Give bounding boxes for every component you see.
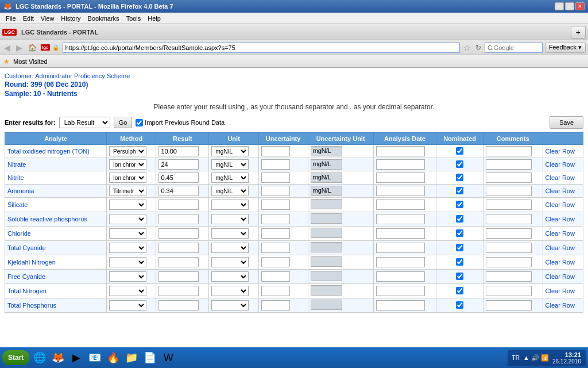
- cell-nominated[interactable]: [436, 241, 483, 255]
- result-input[interactable]: [158, 228, 199, 239]
- cell-uncertainty[interactable]: [258, 212, 308, 227]
- cell-uncertainty[interactable]: [258, 198, 308, 212]
- clear-row-link[interactable]: Clear Row: [546, 302, 575, 309]
- analyte-link[interactable]: Ammonia: [7, 187, 34, 194]
- cell-clear[interactable]: Clear Row: [543, 241, 583, 255]
- unit-select[interactable]: [211, 286, 249, 296]
- cell-nominated[interactable]: [436, 185, 483, 198]
- cell-unit[interactable]: [209, 212, 258, 227]
- cell-analysis-date[interactable]: [373, 227, 436, 241]
- cell-uncertainty[interactable]: [258, 270, 308, 284]
- nominated-checkbox[interactable]: [456, 201, 463, 208]
- nominated-checkbox[interactable]: [456, 215, 463, 223]
- comments-input[interactable]: [486, 286, 532, 296]
- cell-method[interactable]: Ion chror: [107, 158, 156, 171]
- result-input[interactable]: [158, 214, 199, 224]
- cell-unit[interactable]: [209, 298, 258, 313]
- comments-input[interactable]: [486, 186, 532, 196]
- date-input[interactable]: [376, 214, 425, 224]
- clear-row-link[interactable]: Clear Row: [546, 259, 575, 266]
- comments-input[interactable]: [486, 172, 532, 183]
- minimize-button[interactable]: ─: [555, 2, 564, 10]
- clear-row-link[interactable]: Clear Row: [546, 161, 575, 168]
- cell-method[interactable]: [107, 270, 156, 284]
- unit-select[interactable]: [211, 271, 249, 282]
- cell-result[interactable]: [156, 198, 209, 212]
- cell-comments[interactable]: [483, 212, 543, 227]
- nominated-checkbox[interactable]: [456, 287, 463, 294]
- comments-input[interactable]: [486, 300, 532, 310]
- nominated-checkbox[interactable]: [456, 160, 463, 168]
- cell-method[interactable]: [107, 212, 156, 227]
- close-button[interactable]: ✕: [575, 2, 585, 10]
- cell-unit[interactable]: [209, 227, 258, 241]
- cell-result[interactable]: [156, 212, 209, 227]
- comments-input[interactable]: [486, 243, 532, 253]
- cell-method[interactable]: [107, 284, 156, 298]
- date-input[interactable]: [376, 286, 425, 296]
- cell-clear[interactable]: Clear Row: [543, 212, 583, 227]
- comments-input[interactable]: [486, 214, 532, 224]
- unit-select[interactable]: [211, 300, 249, 310]
- comments-input[interactable]: [486, 159, 532, 170]
- nominated-checkbox[interactable]: [456, 273, 463, 280]
- clear-row-link[interactable]: Clear Row: [546, 148, 575, 155]
- cell-clear[interactable]: Clear Row: [543, 158, 583, 171]
- unit-select[interactable]: [211, 200, 249, 210]
- cell-comments[interactable]: [483, 198, 543, 212]
- cell-comments[interactable]: [483, 284, 543, 298]
- comments-input[interactable]: [486, 146, 532, 156]
- unit-select[interactable]: mgN/L: [211, 146, 249, 156]
- clear-row-link[interactable]: Clear Row: [546, 273, 575, 280]
- clear-row-link[interactable]: Clear Row: [546, 216, 575, 223]
- cell-method[interactable]: [107, 241, 156, 255]
- cell-result[interactable]: [156, 227, 209, 241]
- cell-unit[interactable]: mgN/L: [209, 158, 258, 171]
- result-input[interactable]: [158, 186, 199, 196]
- clear-row-link[interactable]: Clear Row: [546, 187, 575, 194]
- uncertainty-input[interactable]: [261, 300, 290, 310]
- menu-history[interactable]: History: [57, 14, 84, 23]
- refresh-icon[interactable]: ↻: [475, 44, 481, 52]
- date-input[interactable]: [376, 243, 425, 253]
- analyte-link[interactable]: Nitrate: [7, 161, 26, 168]
- cell-result[interactable]: [156, 158, 209, 171]
- result-input[interactable]: [158, 159, 199, 170]
- cell-uncertainty[interactable]: [258, 227, 308, 241]
- date-input[interactable]: [376, 159, 425, 170]
- back-button[interactable]: ◀: [2, 43, 12, 52]
- cell-clear[interactable]: Clear Row: [543, 284, 583, 298]
- cell-comments[interactable]: [483, 227, 543, 241]
- method-select[interactable]: [109, 243, 146, 253]
- cell-uncertainty[interactable]: [258, 298, 308, 313]
- cell-unit[interactable]: [209, 284, 258, 298]
- import-checkbox[interactable]: [136, 119, 143, 126]
- nominated-checkbox[interactable]: [456, 258, 463, 266]
- cell-unit[interactable]: mgN/L: [209, 185, 258, 198]
- clear-row-link[interactable]: Clear Row: [546, 288, 575, 294]
- cell-unit[interactable]: [209, 255, 258, 270]
- cell-unit[interactable]: [209, 241, 258, 255]
- cell-nominated[interactable]: [436, 227, 483, 241]
- unit-select[interactable]: [211, 214, 249, 224]
- date-input[interactable]: [376, 271, 425, 282]
- cell-uncertainty[interactable]: [258, 255, 308, 270]
- clear-row-link[interactable]: Clear Row: [546, 230, 575, 237]
- url-bar[interactable]: https://pt.lgc.co.uk/portal/Members/Resu…: [63, 43, 461, 53]
- forward-button[interactable]: ▶: [14, 43, 24, 52]
- nominated-checkbox[interactable]: [456, 229, 463, 237]
- cell-result[interactable]: [156, 185, 209, 198]
- analyte-link[interactable]: Total Phosphorus: [7, 302, 56, 309]
- cell-clear[interactable]: Clear Row: [543, 270, 583, 284]
- most-visited-label[interactable]: Most Visited: [13, 58, 48, 65]
- nominated-checkbox[interactable]: [456, 301, 463, 309]
- uncertainty-input[interactable]: [261, 186, 290, 196]
- cell-analysis-date[interactable]: [373, 198, 436, 212]
- cell-comments[interactable]: [483, 171, 543, 185]
- comments-input[interactable]: [486, 228, 532, 239]
- cell-nominated[interactable]: [436, 298, 483, 313]
- cell-analysis-date[interactable]: [373, 171, 436, 185]
- cell-analysis-date[interactable]: [373, 145, 436, 158]
- go-button[interactable]: Go: [114, 117, 133, 128]
- method-select[interactable]: [109, 300, 146, 310]
